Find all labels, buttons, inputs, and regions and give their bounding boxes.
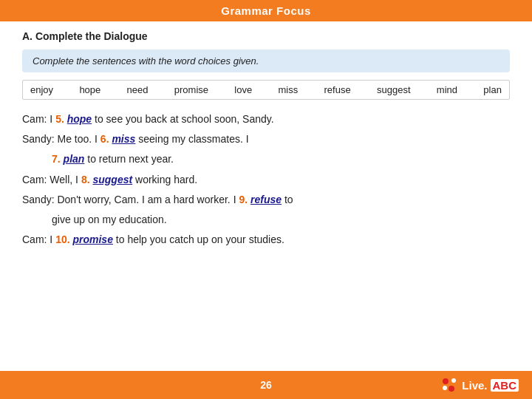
dialogue-line-7: Cam: I 10. promise to help you catch up … [22,231,510,249]
instruction-text: Complete the sentences with the word cho… [33,55,259,66]
speaker-cam-2: Cam: Well, I [22,174,81,185]
speaker-sandy-2: Sandy: Don't worry, Cam. I am a hard wor… [22,194,239,205]
word-promise: promise [174,84,208,95]
dot-4 [449,386,454,392]
word-love: love [234,84,252,95]
rest-7: to help you catch up on your studies. [116,233,284,245]
num-8: 8. [81,174,93,185]
dialogue-line-3: 7. plan to return next year. [22,150,510,168]
dialogue-line-6: give up on my education. [22,211,510,229]
dot-2 [451,378,456,383]
header-title: Grammar Focus [221,4,311,17]
dialogue-line-5: Sandy: Don't worry, Cam. I am a hard wor… [22,191,510,209]
page-header: Grammar Focus [0,0,532,21]
speaker-sandy-1: Sandy: Me too. I [22,133,100,145]
dot-1 [443,378,449,384]
num-6: 6. [100,133,112,145]
speaker-cam-1: Cam: I [22,113,55,125]
word-suggest: suggest [377,84,411,95]
rest-1: to see you back at school soon, Sandy. [95,113,274,125]
answer-suggest: suggest [92,174,132,185]
live-abc-logo: Live. ABC [443,378,519,392]
rest-5: to [284,194,293,205]
rest-4: working hard. [135,174,197,185]
instruction-box: Complete the sentences with the word cho… [22,50,510,72]
logo-live-text: Live. [462,379,487,392]
dot-3 [443,386,447,390]
answer-hope: hope [67,113,92,125]
answer-refuse: refuse [250,194,282,205]
word-refuse: refuse [324,84,351,95]
num-10: 10. [55,233,72,245]
dialogue-line-4: Cam: Well, I 8. suggest working hard. [22,171,510,189]
answer-plan: plan [64,153,85,165]
logo-abc-text: ABC [491,379,519,392]
word-hope: hope [79,84,100,95]
word-miss: miss [279,84,299,95]
dialogue-line-2: Sandy: Me too. I 6. miss seeing my class… [22,130,510,149]
page: Grammar Focus A. Complete the Dialogue C… [0,0,532,399]
dialogue-section: Cam: I 5. hope to see you back at school… [22,110,510,365]
logo-dots [443,378,456,392]
word-mind: mind [437,84,457,95]
main-content: A. Complete the Dialogue Complete the se… [0,21,532,371]
word-choices-bar: enjoy hope need promise love miss refuse… [22,80,510,100]
speaker-cam-3: Cam: I [22,233,55,245]
word-plan: plan [483,84,502,95]
rest-6: give up on my education. [52,214,167,225]
answer-promise: promise [72,233,112,245]
word-enjoy: enjoy [30,84,53,95]
rest-2: seeing my classmates. I [138,133,248,145]
page-number: 26 [260,379,272,391]
answer-miss: miss [112,133,135,145]
dialogue-line-1: Cam: I 5. hope to see you back at school… [22,110,510,129]
section-title: A. Complete the Dialogue [22,30,510,42]
page-footer: 26 Live. ABC [0,371,532,399]
word-need: need [127,84,149,95]
num-5: 5. [55,113,67,125]
num-7: 7. [52,153,64,165]
rest-3: to return next year. [87,153,174,165]
num-9: 9. [239,194,250,205]
